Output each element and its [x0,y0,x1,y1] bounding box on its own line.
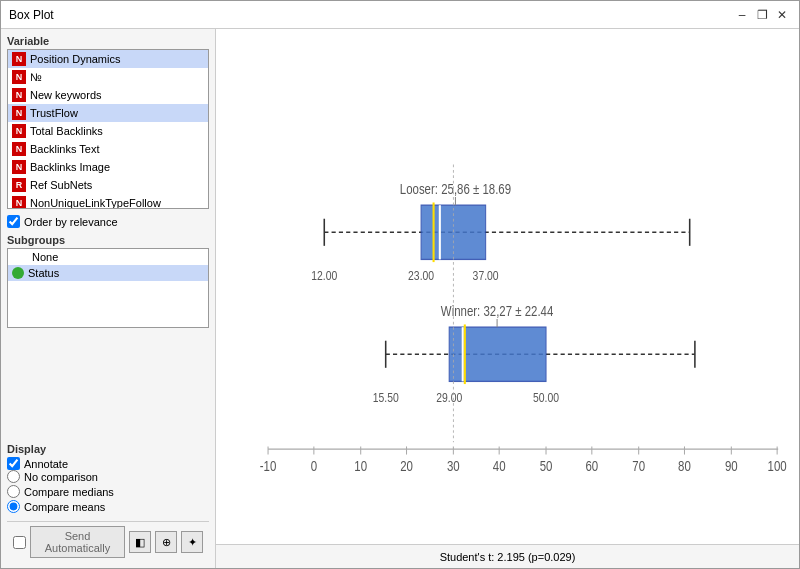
left-panel: Variable N Position Dynamics N № N New k… [1,29,216,568]
variable-item[interactable]: N Backlinks Text [8,140,208,158]
var-type-icon: N [12,142,26,156]
svg-text:0: 0 [311,457,317,474]
variable-item[interactable]: N New keywords [8,86,208,104]
order-by-relevance-row: Order by relevance [7,215,209,228]
comparison-option-row: Compare medians [7,485,209,498]
variable-item[interactable]: N № [8,68,208,86]
status-bar: Student's t: 2.195 (p=0.029) [216,544,799,568]
variable-list[interactable]: N Position Dynamics N № N New keywords N… [7,49,209,209]
svg-text:23.00: 23.00 [408,267,434,283]
send-auto-checkbox[interactable] [13,536,26,549]
var-name-label: № [30,71,42,83]
comparison-options: No comparison Compare medians Compare me… [7,470,209,513]
comparison-radio[interactable] [7,500,20,513]
svg-text:37.00: 37.00 [473,267,499,283]
var-name-label: Ref SubNets [30,179,92,191]
variable-item[interactable]: N NonUniqueLinkTypeFollow [8,194,208,209]
order-by-relevance-checkbox[interactable] [7,215,20,228]
icon-button-2[interactable]: ⊕ [155,531,177,553]
bottom-bar: Send Automatically ◧ ⊕ ✦ [7,521,209,562]
subgroup-name: Status [28,267,59,279]
annotate-checkbox[interactable] [7,457,20,470]
display-section: Display Annotate No comparison Compare m… [7,443,209,515]
variable-section-label: Variable [7,35,209,47]
var-type-icon: N [12,52,26,66]
svg-text:40: 40 [493,457,506,474]
send-automatically-button[interactable]: Send Automatically [30,526,125,558]
variable-item[interactable]: N Total Backlinks [8,122,208,140]
var-name-label: TrustFlow [30,107,78,119]
svg-text:100: 100 [768,457,787,474]
var-type-icon: N [12,88,26,102]
svg-text:15.50: 15.50 [373,389,399,405]
order-by-relevance-label: Order by relevance [24,216,118,228]
var-name-label: Backlinks Text [30,143,100,155]
variable-item[interactable]: N TrustFlow [8,104,208,122]
var-name-label: Position Dynamics [30,53,120,65]
icon-button-3[interactable]: ✦ [181,531,203,553]
var-type-icon: R [12,178,26,192]
var-type-icon: N [12,106,26,120]
var-type-icon: N [12,160,26,174]
svg-text:50.00: 50.00 [533,389,559,405]
minimize-button[interactable]: – [733,6,751,24]
looser-label: Looser: 25,86 ± 18.69 [400,181,511,198]
comparison-option-row: No comparison [7,470,209,483]
restore-button[interactable]: ❐ [753,6,771,24]
variable-section: Variable N Position Dynamics N № N New k… [7,35,209,209]
svg-text:20: 20 [400,457,413,474]
svg-text:90: 90 [725,457,738,474]
comparison-option-label: No comparison [24,471,98,483]
subgroups-label: Subgroups [7,234,209,246]
comparison-radio[interactable] [7,485,20,498]
display-label: Display [7,443,209,455]
var-name-label: Backlinks Image [30,161,110,173]
window-title: Box Plot [9,8,54,22]
comparison-option-label: Compare means [24,501,105,513]
subgroup-name: None [32,251,58,263]
subgroup-item[interactable]: Status [8,265,208,281]
svg-text:80: 80 [678,457,691,474]
comparison-option-row: Compare means [7,500,209,513]
comparison-option-label: Compare medians [24,486,114,498]
var-type-icon: N [12,124,26,138]
svg-text:10: 10 [354,457,367,474]
main-content: Variable N Position Dynamics N № N New k… [1,29,799,568]
variable-item[interactable]: N Backlinks Image [8,158,208,176]
svg-text:-10: -10 [260,457,277,474]
subgroups-list[interactable]: NoneStatus [7,248,209,328]
svg-text:30: 30 [447,457,460,474]
close-button[interactable]: ✕ [773,6,791,24]
comparison-radio[interactable] [7,470,20,483]
titlebar: Box Plot – ❐ ✕ [1,1,799,29]
right-panel: -10 0 10 20 30 [216,29,799,568]
svg-text:70: 70 [632,457,645,474]
var-name-label: NonUniqueLinkTypeFollow [30,197,161,209]
subgroups-section: Subgroups NoneStatus [7,234,209,328]
subgroup-icon [12,267,24,279]
titlebar-buttons: – ❐ ✕ [733,6,791,24]
var-name-label: Total Backlinks [30,125,103,137]
svg-rect-0 [216,29,799,544]
box-plot-window: Box Plot – ❐ ✕ Variable N Position Dynam… [0,0,800,569]
annotate-row: Annotate [7,457,209,470]
variable-item[interactable]: R Ref SubNets [8,176,208,194]
svg-text:60: 60 [585,457,598,474]
variable-item[interactable]: N Position Dynamics [8,50,208,68]
var-type-icon: N [12,70,26,84]
winner-label: Winner: 32,27 ± 22.44 [441,303,554,320]
annotate-label: Annotate [24,458,68,470]
var-type-icon: N [12,196,26,209]
chart-area: -10 0 10 20 30 [216,29,799,568]
var-name-label: New keywords [30,89,102,101]
svg-text:50: 50 [540,457,553,474]
box-plot-chart: -10 0 10 20 30 [216,29,799,544]
icon-button-1[interactable]: ◧ [129,531,151,553]
subgroup-item[interactable]: None [8,249,208,265]
status-text: Student's t: 2.195 (p=0.029) [440,551,576,563]
svg-text:12.00: 12.00 [311,267,337,283]
svg-text:29.00: 29.00 [436,389,462,405]
